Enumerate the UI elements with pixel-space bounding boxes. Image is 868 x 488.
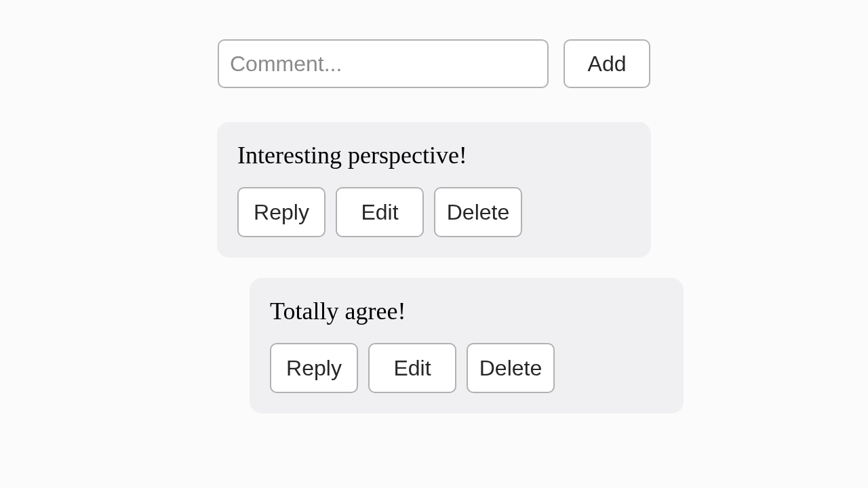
comment-text: Interesting perspective! <box>237 141 631 169</box>
comment-input[interactable] <box>218 39 549 88</box>
edit-button[interactable]: Edit <box>336 187 424 237</box>
delete-button[interactable]: Delete <box>467 343 555 393</box>
delete-button[interactable]: Delete <box>434 187 522 237</box>
comment-actions: Reply Edit Delete <box>270 343 663 393</box>
reply-button[interactable]: Reply <box>270 343 358 393</box>
add-button[interactable]: Add <box>564 39 650 88</box>
comment-card: Interesting perspective! Reply Edit Dele… <box>217 122 651 258</box>
edit-button[interactable]: Edit <box>368 343 456 393</box>
comment-input-row: Add <box>0 39 868 88</box>
comment-text: Totally agree! <box>270 297 663 325</box>
reply-button[interactable]: Reply <box>237 187 326 237</box>
comment-actions: Reply Edit Delete <box>237 187 631 237</box>
comment-card: Totally agree! Reply Edit Delete <box>250 278 684 413</box>
comment-widget: Add Interesting perspective! Reply Edit … <box>0 0 868 413</box>
